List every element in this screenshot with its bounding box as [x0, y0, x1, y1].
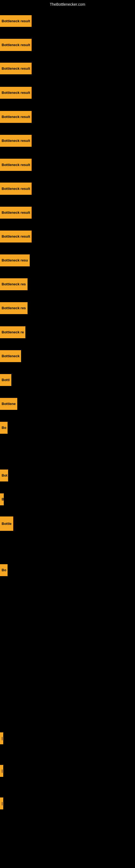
bottleneck-result-label-11: Bottleneck resu: [0, 254, 30, 267]
bottleneck-result-label-18: Bo: [0, 422, 8, 434]
bottleneck-result-label-20: Bot: [0, 469, 8, 482]
bottleneck-result-label-4: Bottleneck result: [0, 87, 32, 99]
bottleneck-result-label-27: |: [0, 798, 3, 809]
bottleneck-result-label-3: Bottleneck result: [0, 63, 32, 74]
bottleneck-result-label-5: Bottleneck result: [0, 111, 32, 123]
bottleneck-result-label-16: Bottl: [0, 374, 11, 386]
bottleneck-result-label-9: Bottleneck result: [0, 207, 32, 219]
bottleneck-result-label-1: Bottleneck result: [0, 15, 32, 27]
bottleneck-result-label-12: Bottleneck res: [0, 278, 28, 290]
bottleneck-result-label-13: Bottleneck res: [0, 302, 28, 314]
bottleneck-result-label-22: Bottle: [0, 517, 13, 531]
bottleneck-result-label-21: B: [0, 493, 4, 505]
bottleneck-result-label-14: Bottleneck re: [0, 326, 26, 338]
bottleneck-result-label-2: Bottleneck result: [0, 39, 32, 51]
bottleneck-result-label-17: Bottlene: [0, 398, 17, 410]
bottleneck-result-label-25: |: [0, 733, 3, 744]
bottleneck-result-label-26: |: [0, 765, 3, 777]
bottleneck-result-label-24: Bo: [0, 564, 8, 576]
bottleneck-result-label-8: Bottleneck result: [0, 183, 32, 195]
bottleneck-result-label-6: Bottleneck result: [0, 135, 32, 147]
bottleneck-result-label-15: Bottleneck: [0, 350, 21, 362]
bottleneck-result-label-7: Bottleneck result: [0, 159, 32, 171]
bottleneck-result-label-10: Bottleneck result: [0, 230, 32, 243]
site-title: TheBottlenecker.com: [50, 2, 85, 6]
